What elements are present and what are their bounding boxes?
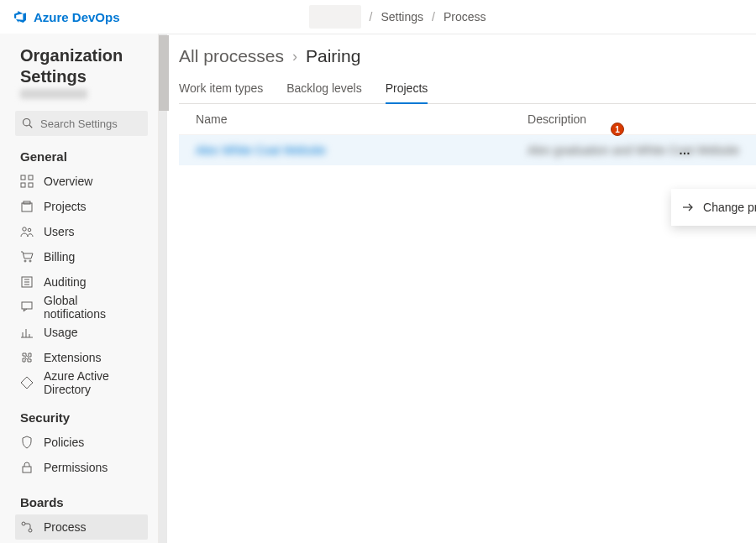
- page-breadcrumb-current: Pairing: [306, 46, 360, 66]
- diamond-icon: [20, 376, 34, 389]
- sidebar-item-users[interactable]: Users: [15, 219, 148, 244]
- context-menu: Change process: [671, 189, 756, 226]
- row-description: Alex graduation and White Coat Website: [528, 144, 739, 157]
- table-row[interactable]: Alex White Coat Website Alex graduation …: [179, 135, 756, 165]
- svg-point-11: [29, 260, 31, 262]
- search-icon: [22, 117, 34, 129]
- sidebar-item-label: Projects: [44, 200, 87, 213]
- section-boards: Boards: [20, 495, 148, 509]
- sidebar-item-label: Global notifications: [44, 294, 143, 321]
- main-content: All processes › Pairing Work item types …: [167, 34, 756, 543]
- sidebar-item-label: Overview: [44, 175, 92, 188]
- users-icon: [20, 225, 34, 238]
- breadcrumb-sep: /: [432, 10, 435, 23]
- sidebar-item-overview[interactable]: Overview: [15, 169, 148, 194]
- ellipsis-icon: …: [679, 144, 691, 157]
- callout-badge-1: 1: [611, 123, 624, 136]
- sidebar-item-global-notifications[interactable]: Global notifications: [15, 295, 148, 320]
- breadcrumb-process[interactable]: Process: [444, 10, 486, 23]
- breadcrumb-settings[interactable]: Settings: [381, 10, 423, 23]
- sidebar-item-label: Users: [44, 225, 75, 238]
- sidebar-item-label: Policies: [44, 436, 84, 449]
- sidebar-item-label: Billing: [44, 250, 75, 264]
- svg-point-9: [28, 228, 31, 232]
- svg-point-8: [23, 227, 26, 231]
- menu-item-change-process[interactable]: Change process: [671, 192, 756, 222]
- org-name-blurred: [20, 89, 87, 99]
- search-settings[interactable]: [15, 111, 148, 136]
- projects-icon: [20, 200, 34, 213]
- svg-rect-3: [29, 175, 33, 180]
- grid-icon: [20, 175, 34, 188]
- sidebar-item-label: Permissions: [44, 461, 108, 474]
- sidebar-item-label: Extensions: [44, 351, 101, 364]
- sidebar-item-aad[interactable]: Azure Active Directory: [15, 370, 148, 395]
- sidebar-item-billing[interactable]: Billing: [15, 244, 148, 269]
- list-icon: [20, 275, 34, 289]
- row-name[interactable]: Alex White Coat Website: [196, 144, 528, 157]
- svg-rect-5: [29, 183, 33, 187]
- tab-work-item-types[interactable]: Work item types: [179, 76, 263, 103]
- puzzle-icon: [20, 351, 34, 364]
- sidebar-item-label: Azure Active Directory: [44, 369, 143, 396]
- page-breadcrumb-parent[interactable]: All processes: [179, 46, 284, 66]
- search-input[interactable]: [40, 117, 159, 130]
- sidebar-item-auditing[interactable]: Auditing: [15, 269, 148, 295]
- svg-point-23: [29, 529, 32, 532]
- sidebar-item-projects-nav[interactable]: Projects: [15, 194, 148, 219]
- sidebar-item-policies[interactable]: Policies: [15, 430, 148, 455]
- section-general: General: [20, 149, 148, 164]
- azure-devops-icon: [13, 10, 27, 23]
- tab-backlog-levels[interactable]: Backlog levels: [286, 76, 362, 103]
- svg-point-22: [22, 522, 25, 525]
- svg-rect-2: [21, 175, 25, 180]
- chevron-right-icon: ›: [292, 48, 297, 65]
- svg-rect-4: [21, 183, 25, 187]
- shield-icon: [20, 436, 34, 449]
- column-description[interactable]: Description: [528, 112, 739, 126]
- process-icon: [20, 520, 34, 534]
- tabs: Work item types Backlog levels Projects: [179, 76, 756, 104]
- svg-point-0: [23, 118, 29, 125]
- sidebar-item-label: Process: [44, 520, 87, 534]
- sidebar-item-process[interactable]: Process: [15, 514, 148, 540]
- cart-icon: [20, 250, 34, 264]
- brand[interactable]: Azure DevOps: [13, 10, 120, 24]
- sidebar-title: Organization Settings: [20, 45, 148, 87]
- breadcrumb: / Settings / Process: [309, 5, 486, 29]
- column-name[interactable]: Name: [196, 112, 528, 126]
- sidebar-item-label: Auditing: [44, 275, 87, 289]
- sidebar: Organization Settings General Overview P…: [0, 34, 159, 543]
- sidebar-item-extensions[interactable]: Extensions: [15, 345, 148, 370]
- menu-item-label: Change process: [703, 201, 756, 214]
- table-header: Name Description: [179, 104, 756, 135]
- sidebar-item-label: Usage: [44, 326, 77, 339]
- sidebar-item-permissions[interactable]: Permissions: [15, 455, 148, 480]
- sidebar-item-usage[interactable]: Usage: [15, 320, 148, 345]
- arrow-right-icon: [681, 201, 695, 214]
- svg-rect-21: [23, 467, 31, 473]
- lock-icon: [20, 461, 34, 474]
- breadcrumb-org-blurred[interactable]: [309, 5, 361, 29]
- page-breadcrumb: All processes › Pairing: [179, 46, 756, 66]
- bar-chart-icon: [20, 326, 34, 339]
- svg-point-10: [24, 260, 26, 262]
- svg-rect-16: [22, 302, 32, 309]
- comment-icon: [20, 300, 34, 314]
- brand-name: Azure DevOps: [34, 10, 120, 24]
- sidebar-scrollbar[interactable]: [159, 34, 168, 543]
- tab-projects[interactable]: Projects: [386, 76, 428, 103]
- section-security: Security: [20, 410, 148, 425]
- row-more-actions[interactable]: …: [679, 144, 691, 157]
- breadcrumb-sep: /: [370, 10, 373, 23]
- svg-line-1: [29, 125, 32, 128]
